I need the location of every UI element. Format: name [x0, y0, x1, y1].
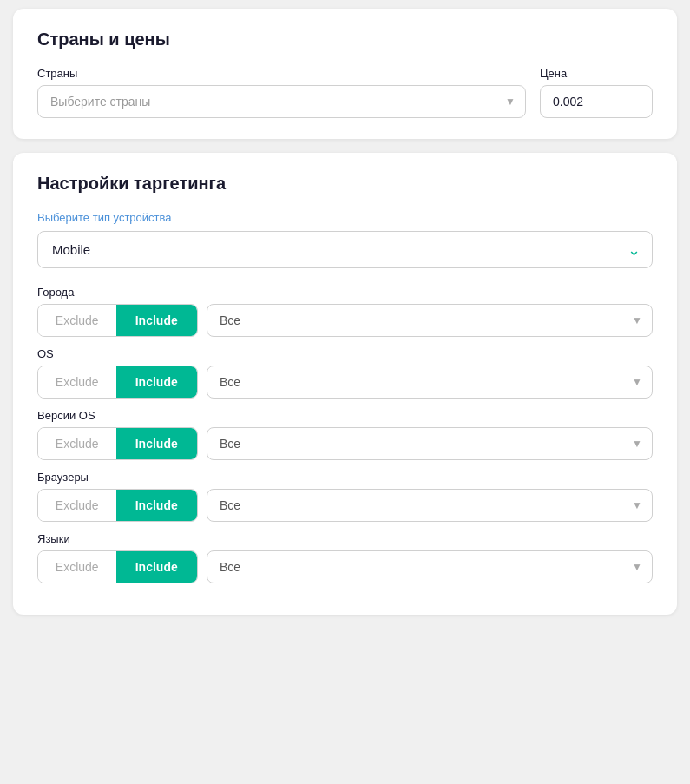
- countries-prices-title: Страны и цены: [37, 30, 653, 49]
- targeting-card: Настройки таргетинга Выберите тип устрой…: [13, 153, 677, 615]
- countries-prices-card: Страны и цены Страны Выберите страны ▼ Ц…: [13, 9, 677, 139]
- targeting-title: Настройки таргетинга: [37, 174, 653, 194]
- os-versions-select[interactable]: Все: [207, 427, 653, 460]
- price-input[interactable]: [540, 85, 653, 118]
- targeting-row-os: OS Exclude Include Все ▼: [37, 347, 653, 399]
- cities-exclude-include-group: Exclude Include: [37, 304, 198, 337]
- browsers-include-button[interactable]: Include: [116, 490, 198, 521]
- cities-label: Города: [37, 286, 653, 299]
- os-include-button[interactable]: Include: [116, 366, 198, 398]
- languages-include-button[interactable]: Include: [116, 551, 198, 583]
- countries-field-group: Страны Выберите страны ▼: [37, 67, 526, 118]
- languages-select-wrapper: Все ▼: [207, 550, 653, 583]
- countries-select-wrapper: Выберите страны ▼: [37, 85, 526, 118]
- targeting-row-languages: Языки Exclude Include Все ▼: [37, 532, 653, 583]
- cities-include-button[interactable]: Include: [116, 305, 198, 336]
- targeting-row-browsers: Браузеры Exclude Include Все ▼: [37, 471, 653, 522]
- os-exclude-button[interactable]: Exclude: [38, 366, 116, 398]
- browsers-label: Браузеры: [37, 471, 653, 484]
- os-versions-exclude-button[interactable]: Exclude: [38, 428, 116, 459]
- cities-select-wrapper: Все ▼: [207, 304, 653, 337]
- languages-select[interactable]: Все: [207, 550, 653, 583]
- targeting-row-os-versions: Версии OS Exclude Include Все ▼: [37, 409, 653, 460]
- os-versions-select-wrapper: Все ▼: [207, 427, 653, 460]
- price-label: Цена: [540, 67, 653, 80]
- os-versions-include-button[interactable]: Include: [116, 428, 198, 459]
- os-label: OS: [37, 347, 653, 360]
- languages-exclude-button[interactable]: Exclude: [38, 551, 116, 583]
- os-exclude-include-group: Exclude Include: [37, 366, 198, 399]
- languages-exclude-include-group: Exclude Include: [37, 550, 198, 583]
- languages-label: Языки: [37, 532, 653, 545]
- device-type-label: Выберите тип устройства: [37, 211, 653, 224]
- browsers-select[interactable]: Все: [207, 489, 653, 522]
- device-select-wrapper: Mobile ⌄: [37, 231, 653, 268]
- price-field-group: Цена: [540, 67, 653, 118]
- cities-select[interactable]: Все: [207, 304, 653, 337]
- device-select[interactable]: Mobile: [37, 231, 653, 268]
- os-versions-exclude-include-group: Exclude Include: [37, 427, 198, 460]
- countries-select[interactable]: Выберите страны: [37, 85, 526, 118]
- os-select-wrapper: Все ▼: [207, 366, 653, 399]
- browsers-select-wrapper: Все ▼: [207, 489, 653, 522]
- targeting-row-cities: Города Exclude Include Все ▼: [37, 286, 653, 337]
- countries-label: Страны: [37, 67, 526, 80]
- browsers-exclude-button[interactable]: Exclude: [38, 490, 116, 521]
- os-versions-label: Версии OS: [37, 409, 653, 422]
- cities-exclude-button[interactable]: Exclude: [38, 305, 116, 336]
- os-select[interactable]: Все: [207, 366, 653, 399]
- browsers-exclude-include-group: Exclude Include: [37, 489, 198, 522]
